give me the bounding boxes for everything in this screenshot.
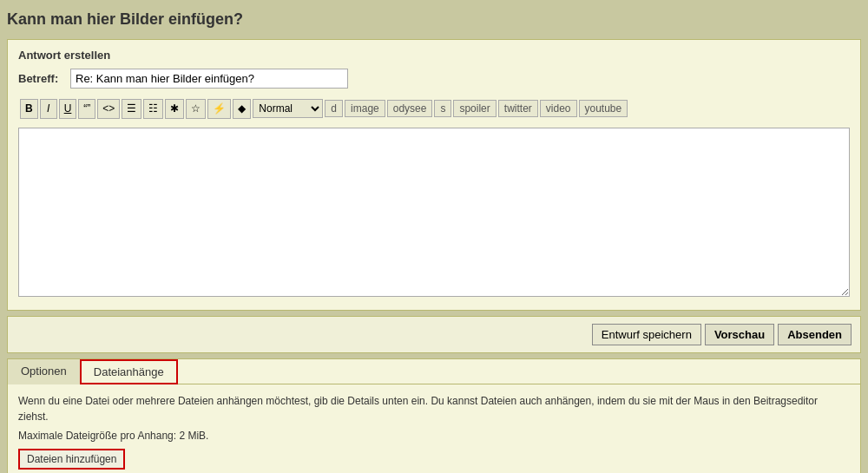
list-unordered-button[interactable]: ☰	[122, 99, 141, 119]
subject-input[interactable]	[70, 69, 348, 89]
format-select[interactable]: Normal Heading 1 Heading 2 Heading 3	[253, 99, 323, 118]
diamond-button[interactable]: ◆	[233, 99, 251, 119]
page-title: Kann man hier Bilder einfügen?	[7, 7, 861, 32]
form-container: Antwort erstellen Betreff: B I U “” <> ☰…	[7, 39, 861, 311]
submit-button[interactable]: Absenden	[778, 324, 852, 345]
code-button[interactable]: <>	[97, 99, 120, 119]
tab-options[interactable]: Optionen	[8, 359, 80, 384]
tag-s-button[interactable]: s	[434, 100, 451, 117]
editor-textarea[interactable]	[18, 128, 850, 297]
tabs-row: Optionen Dateianhänge	[8, 359, 860, 384]
tag-d-button[interactable]: d	[325, 100, 343, 117]
max-size-text: Maximale Dateigröße pro Anhang: 2 MiB.	[18, 430, 850, 442]
tag-image-button[interactable]: image	[345, 100, 385, 117]
attachments-info-text: Wenn du eine Datei oder mehrere Dateien …	[18, 393, 850, 424]
lightning-button[interactable]: ⚡	[207, 99, 231, 119]
bold-button[interactable]: B	[20, 99, 38, 119]
underline-button[interactable]: U	[59, 99, 77, 119]
asterisk-button[interactable]: ✱	[165, 99, 184, 119]
tag-odysee-button[interactable]: odysee	[387, 100, 433, 117]
subject-row: Betreff:	[18, 69, 850, 89]
tag-video-button[interactable]: video	[540, 100, 577, 117]
subject-label: Betreff:	[18, 72, 70, 85]
link-button[interactable]: ☆	[186, 99, 206, 119]
tag-twitter-button[interactable]: twitter	[498, 100, 538, 117]
tag-youtube-button[interactable]: youtube	[579, 100, 628, 117]
list-ordered-button[interactable]: ☷	[143, 99, 163, 119]
form-section-title: Antwort erstellen	[18, 49, 850, 62]
tab-content-attachments: Wenn du eine Datei oder mehrere Dateien …	[8, 393, 860, 470]
editor-toolbar: B I U “” <> ☰ ☷ ✱ ☆ ⚡ ◆ Normal Heading 1…	[18, 95, 850, 122]
preview-button[interactable]: Vorschau	[705, 324, 774, 345]
italic-button[interactable]: I	[40, 99, 57, 119]
tag-spoiler-button[interactable]: spoiler	[453, 100, 496, 117]
tab-attachments[interactable]: Dateianhänge	[80, 359, 178, 384]
bottom-section: Optionen Dateianhänge Wenn du eine Datei…	[7, 358, 861, 473]
draft-button[interactable]: Entwurf speichern	[592, 324, 701, 345]
add-files-button[interactable]: Dateien hinzufügen	[18, 449, 125, 470]
action-bar: Entwurf speichern Vorschau Absenden	[7, 316, 861, 353]
quote-button[interactable]: “”	[78, 99, 95, 119]
